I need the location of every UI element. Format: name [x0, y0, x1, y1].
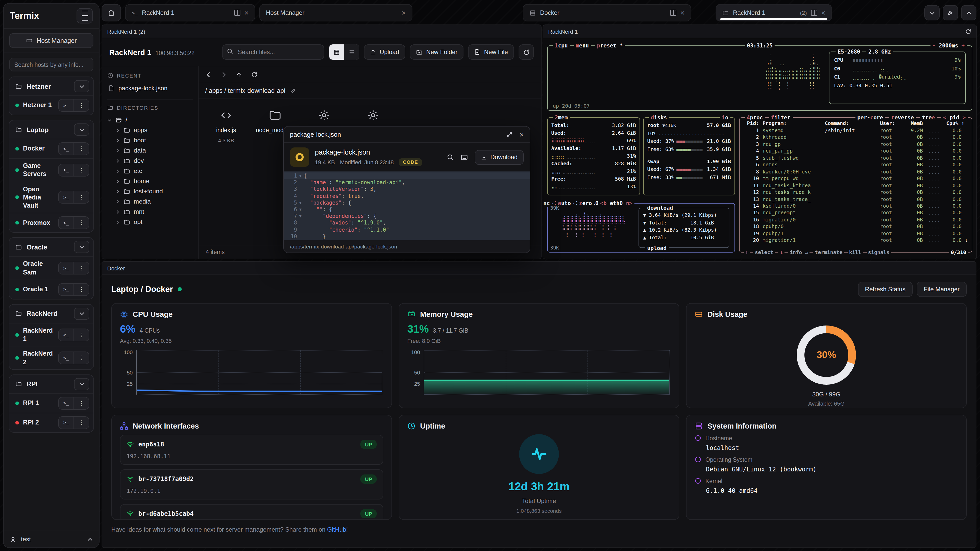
- split-icon[interactable]: [811, 10, 817, 16]
- tab-racknerd1-terminal[interactable]: >_ RackNerd 1 ×: [125, 4, 255, 21]
- file-manager-button[interactable]: File Manager: [917, 282, 967, 297]
- file-search-input[interactable]: [222, 44, 324, 60]
- tools-button[interactable]: [943, 5, 958, 21]
- host-group-header[interactable]: RPI: [9, 375, 94, 393]
- open-terminal-button[interactable]: >_: [59, 397, 74, 409]
- open-terminal-button[interactable]: >_: [59, 417, 74, 429]
- host-group-header[interactable]: RackNerd: [9, 305, 94, 323]
- kebab-menu-button[interactable]: ⋮: [74, 417, 89, 429]
- host-item-hetzner-1[interactable]: Hetzner 1>_⋮: [9, 95, 94, 115]
- host-group-header[interactable]: Hetzner: [9, 77, 94, 95]
- kebab-menu-button[interactable]: ⋮: [74, 143, 89, 155]
- file-tile[interactable]: [353, 106, 393, 124]
- tree-item-etc[interactable]: etc: [107, 166, 193, 176]
- host-item-racknerd-1[interactable]: RackNerd 1>_⋮: [9, 323, 94, 346]
- new-file-button[interactable]: New File: [468, 44, 514, 60]
- host-item-oracle-sam[interactable]: Oracle Sam>_⋮: [9, 256, 94, 279]
- split-icon[interactable]: [670, 10, 676, 16]
- split-icon[interactable]: [234, 10, 240, 16]
- host-item-open-media-vault[interactable]: Open Media Vault>_⋮: [9, 181, 94, 213]
- tree-item-media[interactable]: media: [107, 197, 193, 206]
- tab-docker[interactable]: Docker ×: [523, 4, 691, 21]
- host-item-docker[interactable]: Docker>_⋮: [9, 139, 94, 158]
- sync-icon[interactable]: [965, 28, 971, 35]
- close-icon[interactable]: ×: [402, 9, 406, 16]
- host-manager-button[interactable]: Host Manager: [9, 33, 94, 48]
- refresh-button[interactable]: [519, 44, 534, 60]
- collapse-group-button[interactable]: [74, 241, 89, 253]
- host-item-game-servers[interactable]: Game Servers>_⋮: [9, 158, 94, 181]
- close-icon[interactable]: ×: [245, 9, 248, 16]
- github-link[interactable]: GitHub!: [327, 526, 348, 533]
- collapse-button[interactable]: [924, 5, 940, 21]
- upload-button[interactable]: Upload: [364, 44, 405, 60]
- tree-item-home[interactable]: home: [107, 176, 193, 186]
- tree-root[interactable]: /: [107, 115, 193, 125]
- tab-racknerd1-files[interactable]: RackNerd 1 (2) ×: [716, 4, 832, 21]
- host-item-rpi-2[interactable]: RPI 2>_⋮: [9, 413, 94, 432]
- collapse-group-button[interactable]: [74, 378, 89, 390]
- host-item-racknerd-2[interactable]: RackNerd 2>_⋮: [9, 346, 94, 369]
- tree-item-mnt[interactable]: mnt: [107, 206, 193, 217]
- back-icon[interactable]: [205, 71, 212, 78]
- tree-item-lost+found[interactable]: lost+found: [107, 186, 193, 197]
- host-group-header[interactable]: Oracle: [9, 238, 94, 256]
- kebab-menu-button[interactable]: ⋮: [74, 192, 89, 203]
- host-item-proxmox[interactable]: Proxmox>_⋮: [9, 213, 94, 232]
- tree-item-data[interactable]: data: [107, 145, 193, 156]
- open-terminal-button[interactable]: >_: [59, 262, 74, 274]
- open-terminal-button[interactable]: >_: [59, 192, 74, 203]
- search-icon[interactable]: [446, 154, 453, 161]
- terminal-screen[interactable]: 1cpumenupreset *03:31:25- 2000ms +⠀⠂⠀⠀⠀⠀…: [543, 38, 977, 259]
- tree-item-opt[interactable]: opt: [107, 217, 193, 227]
- menu-icon[interactable]: [76, 8, 93, 24]
- close-icon[interactable]: ×: [680, 9, 684, 16]
- download-button[interactable]: Download: [474, 150, 524, 165]
- collapse-group-button[interactable]: [74, 80, 89, 92]
- kebab-menu-button[interactable]: ⋮: [74, 262, 89, 274]
- host-item-rpi-1[interactable]: RPI 1>_⋮: [9, 393, 94, 413]
- host-search-input[interactable]: [9, 58, 94, 71]
- open-terminal-button[interactable]: >_: [59, 143, 74, 155]
- expand-button[interactable]: [961, 5, 977, 21]
- close-icon[interactable]: ×: [821, 9, 825, 16]
- expand-icon[interactable]: [506, 131, 512, 138]
- open-terminal-button[interactable]: >_: [59, 352, 74, 364]
- file-tile[interactable]: [304, 106, 345, 124]
- tree-item-dev[interactable]: dev: [107, 156, 193, 166]
- breadcrumb-path[interactable]: / apps / termix-download-api: [205, 87, 285, 94]
- kebab-menu-button[interactable]: ⋮: [74, 164, 89, 176]
- recent-file-item[interactable]: package-lock.json: [107, 83, 193, 94]
- editor-icon[interactable]: [460, 153, 468, 161]
- kebab-menu-button[interactable]: ⋮: [74, 100, 89, 111]
- file-tile-index.js[interactable]: index.js4.3 KB: [206, 106, 247, 143]
- open-terminal-button[interactable]: >_: [59, 217, 74, 229]
- kebab-menu-button[interactable]: ⋮: [74, 217, 89, 229]
- sidebar-user[interactable]: test: [3, 530, 99, 548]
- kebab-menu-button[interactable]: ⋮: [74, 352, 89, 364]
- kebab-menu-button[interactable]: ⋮: [74, 329, 89, 341]
- open-terminal-button[interactable]: >_: [59, 284, 74, 295]
- home-button[interactable]: [102, 4, 121, 21]
- kebab-menu-button[interactable]: ⋮: [74, 284, 89, 295]
- refresh-icon[interactable]: [251, 71, 258, 78]
- new-folder-button[interactable]: New Folder: [410, 44, 464, 60]
- tree-item-boot[interactable]: boot: [107, 135, 193, 145]
- up-icon[interactable]: [236, 71, 242, 78]
- tree-item-apps[interactable]: apps: [107, 125, 193, 135]
- close-icon[interactable]: ×: [520, 130, 524, 138]
- refresh-status-button[interactable]: Refresh Status: [858, 282, 913, 297]
- host-item-oracle-1[interactable]: Oracle 1>_⋮: [9, 279, 94, 299]
- collapse-group-button[interactable]: [74, 308, 89, 320]
- forward-icon[interactable]: [221, 71, 227, 78]
- host-group-header[interactable]: Laptop: [9, 121, 94, 139]
- collapse-group-button[interactable]: [74, 124, 89, 136]
- open-terminal-button[interactable]: >_: [59, 100, 74, 111]
- edit-icon[interactable]: [290, 87, 296, 94]
- tab-host-manager[interactable]: Host Manager ×: [259, 4, 412, 21]
- kebab-menu-button[interactable]: ⋮: [74, 397, 89, 409]
- open-terminal-button[interactable]: >_: [59, 164, 74, 176]
- open-terminal-button[interactable]: >_: [59, 329, 74, 341]
- grid-view-button[interactable]: [329, 44, 344, 60]
- list-view-button[interactable]: [344, 44, 359, 60]
